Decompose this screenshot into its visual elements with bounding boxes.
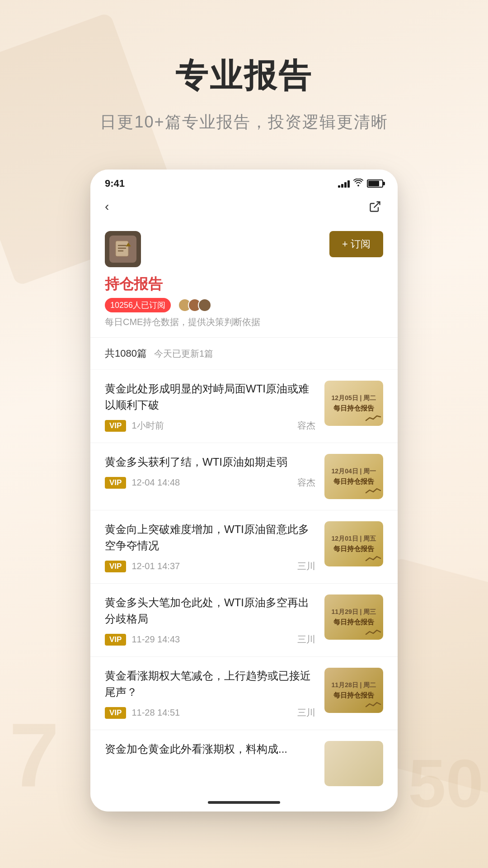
- battery-icon: [367, 179, 383, 188]
- article-title: 黄金看涨期权大笔减仓，上行趋势或已接近尾声？: [105, 668, 315, 700]
- home-bar: [208, 801, 280, 804]
- channel-meta: 10256人已订阅: [105, 298, 383, 312]
- status-icons: [338, 179, 383, 189]
- article-time: 12-01 14:37: [131, 561, 180, 571]
- article-author: 三川: [297, 560, 315, 572]
- avatar-3: [198, 298, 211, 312]
- thumb-chart-icon: [365, 554, 381, 565]
- page-title: 专业报告: [27, 54, 461, 98]
- article-content: 黄金向上突破难度增加，WTI原油留意此多空争夺情况 VIP 12-01 14:3…: [105, 521, 315, 572]
- back-button[interactable]: ‹: [105, 199, 109, 214]
- article-title: 黄金多头获利了结，WTI原油如期走弱: [105, 454, 315, 470]
- nav-bar: ‹: [90, 194, 398, 222]
- article-content: 黄金多头大笔加仓此处，WTI原油多空再出分歧格局 VIP 11-29 14:43…: [105, 594, 315, 646]
- thumb-chart-icon: [365, 486, 381, 497]
- status-bar: 9:41: [90, 170, 398, 194]
- vip-badge: VIP: [105, 707, 126, 719]
- wifi-icon: [353, 179, 363, 189]
- article-time: 12-04 14:48: [131, 477, 180, 488]
- thumb-date: 11月28日 | 周二: [332, 681, 376, 689]
- article-content: 黄金此处形成明显的对峙局面WTI原油或难以顺利下破 VIP 1小时前 容杰: [105, 381, 315, 432]
- vip-badge: VIP: [105, 420, 126, 432]
- subscriber-count: 10256人已订阅: [110, 300, 165, 311]
- article-item[interactable]: 黄金向上突破难度增加，WTI原油留意此多空争夺情况 VIP 12-01 14:3…: [90, 510, 398, 584]
- article-thumbnail: 12月04日 | 周一 每日持仓报告: [324, 454, 383, 499]
- subscriber-badge: 10256人已订阅: [105, 298, 171, 312]
- article-time: 1小时前: [131, 420, 164, 432]
- article-thumbnail: 11月29日 | 周三 每日持仓报告: [324, 594, 383, 640]
- article-item[interactable]: 黄金此处形成明显的对峙局面WTI原油或难以顺利下破 VIP 1小时前 容杰 12…: [90, 370, 398, 443]
- subscriber-avatars: [178, 298, 211, 312]
- article-meta: VIP 11-29 14:43 三川: [105, 633, 315, 646]
- channel-desc: 每日CME持仓数据，提供决策判断依据: [105, 316, 383, 328]
- channel-name: 持仓报告: [105, 274, 383, 294]
- article-meta: VIP 12-04 14:48 容杰: [105, 476, 315, 489]
- article-meta: VIP 1小时前 容杰: [105, 420, 315, 432]
- article-update-text: 今天已更新1篇: [154, 348, 213, 360]
- article-item-partial[interactable]: 资金加仓黄金此外看涨期权，料构成...: [90, 730, 398, 793]
- channel-header: + 订阅 持仓报告 10256人已订阅 每日CME持仓数据，提供决策判断依据: [90, 222, 398, 338]
- subscribe-button[interactable]: + 订阅: [329, 231, 383, 257]
- phone-mockup-container: 9:41: [0, 151, 488, 848]
- article-item[interactable]: 黄金多头大笔加仓此处，WTI原油多空再出分歧格局 VIP 11-29 14:43…: [90, 584, 398, 657]
- article-title: 黄金多头大笔加仓此处，WTI原油多空再出分歧格局: [105, 594, 315, 627]
- thumb-title: 每日持仓报告: [333, 477, 374, 486]
- article-count-bar: 共1080篇 今天已更新1篇: [90, 338, 398, 370]
- thumb-chart-icon: [365, 627, 381, 638]
- thumb-title: 每日持仓报告: [333, 691, 374, 700]
- thumb-date: 12月04日 | 周一: [332, 467, 376, 475]
- thumb-date: 11月29日 | 周三: [332, 608, 376, 616]
- article-list: 黄金此处形成明显的对峙局面WTI原油或难以顺利下破 VIP 1小时前 容杰 12…: [90, 370, 398, 793]
- thumb-title: 每日持仓报告: [333, 618, 374, 627]
- article-author: 三川: [297, 707, 315, 719]
- channel-logo: [105, 231, 141, 267]
- article-title: 黄金向上突破难度增加，WTI原油留意此多空争夺情况: [105, 521, 315, 554]
- vip-badge: VIP: [105, 561, 126, 572]
- article-thumbnail: 12月01日 | 周五 每日持仓报告: [324, 521, 383, 566]
- vip-badge: VIP: [105, 477, 126, 489]
- thumb-title: 每日持仓报告: [333, 544, 374, 553]
- article-thumbnail: 11月28日 | 周二 每日持仓报告: [324, 668, 383, 713]
- article-content: 资金加仓黄金此外看涨期权，料构成...: [105, 741, 315, 764]
- vip-badge: VIP: [105, 634, 126, 646]
- article-meta: VIP 11-28 14:51 三川: [105, 707, 315, 719]
- article-author: 容杰: [297, 420, 315, 432]
- status-time: 9:41: [105, 178, 125, 189]
- article-total-count: 共1080篇: [105, 347, 147, 360]
- phone-mockup: 9:41: [90, 170, 398, 811]
- article-time: 11-29 14:43: [131, 634, 180, 645]
- thumb-chart-icon: [365, 700, 381, 711]
- channel-top-row: + 订阅: [105, 231, 383, 267]
- home-indicator: [90, 793, 398, 811]
- svg-line-0: [374, 202, 380, 208]
- article-content: 黄金看涨期权大笔减仓，上行趋势或已接近尾声？ VIP 11-28 14:51 三…: [105, 668, 315, 719]
- thumb-date: 12月05日 | 周二: [332, 394, 376, 402]
- article-thumbnail: [324, 741, 383, 786]
- thumb-title: 每日持仓报告: [333, 404, 374, 413]
- article-title: 资金加仓黄金此外看涨期权，料构成...: [105, 741, 315, 757]
- page-header: 专业报告 日更10+篇专业报告，投资逻辑更清晰: [0, 0, 488, 151]
- article-time: 11-28 14:51: [131, 708, 180, 718]
- article-author: 容杰: [297, 476, 315, 489]
- article-content: 黄金多头获利了结，WTI原油如期走弱 VIP 12-04 14:48 容杰: [105, 454, 315, 489]
- share-button[interactable]: [367, 198, 383, 215]
- page-subtitle: 日更10+篇专业报告，投资逻辑更清晰: [27, 111, 461, 133]
- article-title: 黄金此处形成明显的对峙局面WTI原油或难以顺利下破: [105, 381, 315, 413]
- thumb-date: 12月01日 | 周五: [332, 534, 376, 542]
- article-item[interactable]: 黄金多头获利了结，WTI原油如期走弱 VIP 12-04 14:48 容杰 12…: [90, 443, 398, 510]
- article-meta: VIP 12-01 14:37 三川: [105, 560, 315, 572]
- article-item[interactable]: 黄金看涨期权大笔减仓，上行趋势或已接近尾声？ VIP 11-28 14:51 三…: [90, 657, 398, 730]
- thumb-chart-icon: [365, 413, 381, 424]
- article-author: 三川: [297, 633, 315, 646]
- signal-icon: [338, 179, 350, 188]
- article-thumbnail: 12月05日 | 周二 每日持仓报告: [324, 381, 383, 426]
